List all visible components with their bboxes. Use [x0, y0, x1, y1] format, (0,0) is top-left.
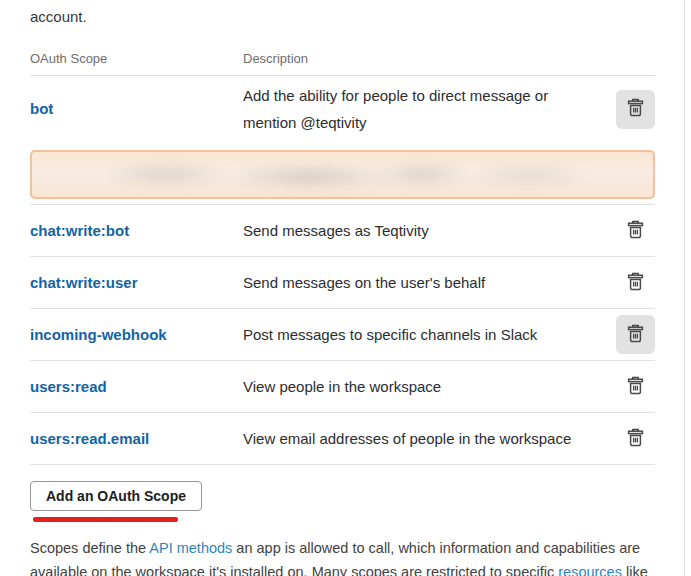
- column-header-description: Description: [243, 51, 575, 66]
- footer-description: Scopes define the API methods an app is …: [30, 536, 655, 576]
- blurred-alert-content: [69, 162, 603, 189]
- scope-link-incoming-webhook[interactable]: incoming-webhook: [30, 326, 167, 343]
- trash-icon: [627, 98, 644, 120]
- add-oauth-scope-button[interactable]: Add an OAuth Scope: [30, 481, 202, 511]
- delete-scope-button[interactable]: [616, 367, 655, 406]
- scope-link-users-read[interactable]: users:read: [30, 378, 107, 395]
- trash-icon: [627, 376, 644, 398]
- scope-description: View people in the workspace: [243, 373, 575, 400]
- scope-link-chat-write-bot[interactable]: chat:write:bot: [30, 222, 129, 239]
- redacted-alert-banner: [30, 150, 655, 199]
- table-row: chat:write:bot Send messages as Teqtivit…: [30, 204, 655, 256]
- table-row: chat:write:user Send messages on the use…: [30, 256, 655, 308]
- table-row: bot Add the ability for people to direct…: [30, 76, 655, 142]
- annotation-underline: [33, 517, 178, 522]
- scope-link-bot[interactable]: bot: [30, 100, 53, 117]
- api-methods-link[interactable]: API methods: [149, 540, 232, 556]
- delete-scope-button[interactable]: [616, 419, 655, 458]
- delete-scope-button[interactable]: [616, 263, 655, 302]
- scope-description: Send messages on the user's behalf: [243, 269, 575, 296]
- table-row: users:read View people in the workspace: [30, 360, 655, 412]
- table-row: users:read.email View email addresses of…: [30, 412, 655, 465]
- oauth-scopes-page: account. OAuth Scope Description bot Add…: [0, 0, 691, 576]
- scope-description: View email addresses of people in the wo…: [243, 425, 575, 452]
- scope-description: Post messages to specific channels in Sl…: [243, 321, 575, 348]
- trash-icon: [627, 428, 644, 450]
- trash-icon: [627, 272, 644, 294]
- resources-link[interactable]: resources: [558, 564, 622, 576]
- scope-description: Add the ability for people to direct mes…: [243, 82, 575, 136]
- table-row: incoming-webhook Post messages to specif…: [30, 308, 655, 360]
- table-header: OAuth Scope Description: [30, 51, 655, 76]
- trash-icon: [627, 220, 644, 242]
- page-content: account. OAuth Scope Description bot Add…: [0, 0, 691, 576]
- scope-link-users-read-email[interactable]: users:read.email: [30, 430, 149, 447]
- intro-text: account.: [30, 7, 655, 26]
- scope-link-chat-write-user[interactable]: chat:write:user: [30, 274, 138, 291]
- trash-icon: [627, 324, 644, 346]
- delete-scope-button[interactable]: [616, 90, 655, 129]
- delete-scope-button[interactable]: [616, 315, 655, 354]
- footer-text: Scopes define the: [30, 540, 149, 556]
- scope-description: Send messages as Teqtivity: [243, 217, 575, 244]
- delete-scope-button[interactable]: [616, 211, 655, 250]
- page-edge-divider: [684, 0, 685, 576]
- column-header-oauth-scope: OAuth Scope: [30, 51, 243, 66]
